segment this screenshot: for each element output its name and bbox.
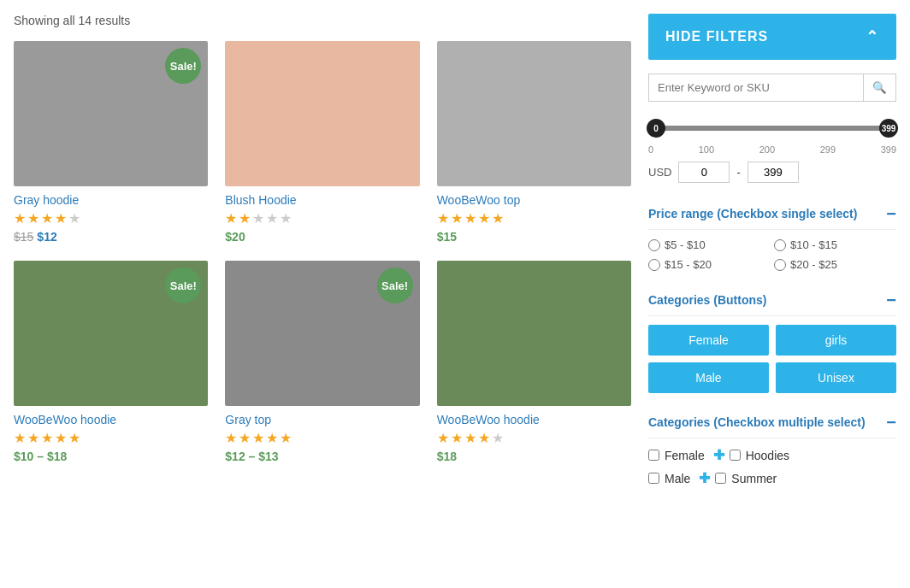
search-button[interactable]: 🔍 [863,74,895,101]
star-4: ★ [478,210,490,226]
price-range-separator: - [736,166,740,179]
star-1: ★ [225,430,237,446]
price-range-radio-2[interactable] [648,259,660,271]
categories-buttons-title: Categories (Buttons) [648,293,766,307]
checkbox-label-1-left: Male [665,472,690,485]
product-stars: ★★★★★ [225,210,419,226]
star-5: ★ [280,430,292,446]
product-image-placeholder [437,261,631,406]
star-4: ★ [266,430,278,446]
plus-icon-1: ✚ [699,470,710,486]
product-card[interactable]: WooBeWoo top ★★★★★ $15 [437,41,631,244]
star-4: ★ [266,210,278,226]
checkbox-summer[interactable] [715,473,726,484]
categories-buttons-section: Categories (Buttons) − FemalegirlsMaleUn… [648,283,896,393]
product-price: $18 [437,450,631,463]
product-image-placeholder [225,41,419,186]
categories-buttons-collapse-icon: − [886,291,896,309]
star-1: ★ [437,210,449,226]
product-price: $15$12 [14,230,208,244]
checkbox-label-0-right: Hoodies [746,449,789,462]
checkbox-female[interactable] [648,450,659,461]
categories-buttons-header[interactable]: Categories (Buttons) − [648,283,896,316]
categories-checkboxes: Female✚HoodiesMale✚Summer [648,447,896,486]
product-stars: ★★★★★ [225,430,419,446]
star-2: ★ [27,210,39,226]
price-max-input[interactable] [748,162,799,183]
slider-inputs: USD - [648,162,896,183]
category-button-unisex[interactable]: Unisex [776,362,896,393]
star-2: ★ [239,210,251,226]
search-icon: 🔍 [872,81,887,94]
star-3: ★ [41,210,53,226]
price-slider-section: 0 399 0 100 200 299 399 USD - [648,115,896,183]
product-stars: ★★★★★ [14,210,208,226]
price-range-option: $10 - $15 [774,238,896,251]
checkbox-label-1-right: Summer [731,472,777,485]
star-1: ★ [14,430,26,446]
product-name: WooBeWoo top [437,193,631,207]
price-range-collapse-icon: − [886,205,896,222]
filter-sidebar: HIDE FILTERS ⌃ 🔍 0 399 [648,14,896,493]
categories-checkbox-title: Categories (Checkbox multiple select) [648,415,866,429]
star-5: ★ [492,430,504,446]
star-3: ★ [252,210,264,226]
product-image [225,41,419,186]
star-1: ★ [14,210,26,226]
slider-thumb-max[interactable]: 399 [879,119,898,138]
hide-filters-button[interactable]: HIDE FILTERS ⌃ [648,14,896,60]
product-card[interactable]: Blush Hoodie ★★★★★ $20 [225,41,419,244]
star-2: ★ [451,430,463,446]
category-buttons-grid: FemalegirlsMaleUnisex [648,325,896,393]
usd-label: USD [648,166,671,179]
categories-checkbox-collapse-icon: − [886,414,896,431]
price-min-input[interactable] [678,162,730,183]
sale-badge: Sale! [377,268,413,303]
category-button-girls[interactable]: girls [776,325,896,356]
slider-tick-labels: 0 100 200 299 399 [648,144,896,155]
star-3: ★ [252,430,264,446]
price-range-radio-1[interactable] [774,239,786,251]
slider-track: 0 399 [648,115,896,141]
hide-filters-label: HIDE FILTERS [665,29,768,44]
price-range-header[interactable]: Price range (Checkbox single select) − [648,197,896,230]
keyword-search-input[interactable] [649,74,863,101]
product-card[interactable]: Sale! Gray top ★★★★★ $12 – $13 [225,261,419,463]
slider-bar: 0 399 [648,126,896,131]
price-range-title: Price range (Checkbox single select) [648,207,857,220]
products-grid: Sale! Gray hoodie ★★★★★ $15$12 Blush Hoo… [14,41,631,463]
product-card[interactable]: Sale! WooBeWoo hoodie ★★★★★ $10 – $18 [14,261,208,463]
checkbox-hoodies[interactable] [730,450,741,461]
product-price: $12 – $13 [225,450,419,463]
plus-icon-0: ✚ [713,447,724,463]
star-1: ★ [225,210,237,226]
star-4: ★ [55,210,67,226]
product-name: Gray top [225,413,419,426]
star-2: ★ [239,430,251,446]
star-4: ★ [478,430,490,446]
product-name: Gray hoodie [14,193,208,207]
price-range-radio-3[interactable] [774,259,786,271]
product-image: Sale! [14,41,208,186]
checkbox-label-0-left: Female [665,449,705,462]
slider-min-value: 0 [653,124,659,133]
search-box: 🔍 [648,74,896,102]
product-image-placeholder [437,41,631,186]
product-stars: ★★★★★ [437,210,631,226]
slider-thumb-min[interactable]: 0 [647,119,665,138]
categories-checkbox-header[interactable]: Categories (Checkbox multiple select) − [648,405,896,438]
product-card[interactable]: WooBeWoo hoodie ★★★★★ $18 [437,261,631,463]
category-button-female[interactable]: Female [648,325,769,356]
star-2: ★ [451,210,463,226]
star-2: ★ [27,430,39,446]
product-card[interactable]: Sale! Gray hoodie ★★★★★ $15$12 [14,41,208,244]
checkbox-male[interactable] [648,473,659,484]
category-button-male[interactable]: Male [648,362,769,393]
product-image: Sale! [225,261,419,406]
star-4: ★ [55,430,67,446]
price-range-radio-0[interactable] [648,239,660,251]
price-range-label-2: $15 - $20 [665,258,712,271]
star-3: ★ [464,210,476,226]
star-5: ★ [68,430,80,446]
product-price: $20 [225,230,419,244]
